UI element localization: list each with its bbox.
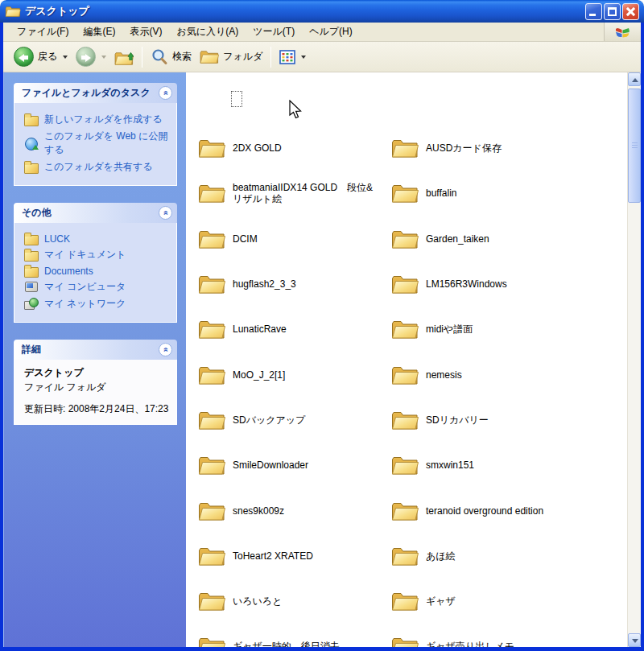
menu-item[interactable]: ツール(T): [246, 23, 302, 40]
minimize-button[interactable]: [585, 3, 602, 20]
folder-item[interactable]: teranoid overground edition: [391, 488, 622, 533]
collapse-chevron-icon[interactable]: »: [159, 86, 172, 100]
views-icon: [279, 50, 295, 64]
folder-name: MoO_J_2[1]: [233, 369, 285, 381]
folder-icon: [391, 545, 419, 567]
folder-item[interactable]: SDバックアップ: [198, 398, 391, 443]
folder-name: ギャザ売り出しメモ: [426, 641, 514, 647]
collapse-chevron-icon[interactable]: »: [159, 343, 172, 356]
folder-name: SDバックアップ: [233, 414, 305, 426]
folder-name: SDリカバリー: [426, 414, 489, 426]
place-link[interactable]: マイ コンピュータ: [24, 280, 171, 294]
folder-item[interactable]: ToHeart2 XRATED: [198, 534, 391, 579]
details-folder-name: デスクトップ: [24, 366, 171, 380]
folder-item[interactable]: あほ絵: [391, 534, 622, 579]
folder-name: ToHeart2 XRATED: [233, 550, 313, 562]
place-link[interactable]: Documents: [24, 265, 171, 277]
folder-item[interactable]: ギャザ売り出しメモ: [391, 624, 622, 647]
folder-name: いろいろと: [233, 595, 282, 607]
folder-item[interactable]: ギャザ: [391, 579, 622, 624]
task-link[interactable]: このフォルダを Web に公開する: [24, 130, 171, 157]
folder-item[interactable]: midiや譜面: [391, 307, 622, 352]
folder-icon: [391, 590, 419, 612]
back-button[interactable]: 戻る: [10, 44, 72, 69]
scroll-up-button[interactable]: [628, 72, 641, 86]
folders-button[interactable]: フォルダ: [196, 46, 266, 68]
folder-item[interactable]: ギャザ一時的 後日消去: [198, 624, 391, 647]
folder-grid: 2DX GOLD AUSDカード保存 beatmaniaIIDX14 GOLD …: [198, 126, 622, 647]
folder-item[interactable]: hugflash2_3_3: [198, 262, 391, 307]
menu-item[interactable]: ファイル(F): [10, 23, 76, 40]
folder-item[interactable]: LunaticRave: [198, 307, 391, 352]
details-panel: 詳細 » デスクトップ ファイル フォルダ 更新日時: 2008年2月24日、1…: [14, 340, 177, 425]
task-link[interactable]: このフォルダを共有する: [24, 160, 171, 174]
folder-icon: [198, 545, 225, 567]
folder-name: あほ絵: [426, 550, 456, 562]
folder-view[interactable]: 2DX GOLD AUSDカード保存 beatmaniaIIDX14 GOLD …: [186, 72, 627, 647]
folder-item[interactable]: 2DX GOLD: [198, 126, 391, 171]
folder-name: Garden_taiken: [426, 233, 489, 245]
task-link-label: このフォルダを共有する: [44, 160, 153, 174]
folder-item[interactable]: smxwin151: [391, 443, 622, 488]
scroll-up-icon: [632, 78, 638, 82]
details-panel-header[interactable]: 詳細 »: [14, 340, 177, 360]
other-places-header[interactable]: その他 »: [14, 203, 177, 223]
scroll-down-button[interactable]: [628, 633, 641, 647]
scrollbar-thumb[interactable]: [628, 89, 641, 203]
place-link[interactable]: マイ ドキュメント: [24, 248, 171, 262]
collapse-chevron-icon[interactable]: »: [159, 206, 172, 220]
folder-item[interactable]: いろいろと: [198, 579, 391, 624]
folder-name: midiや譜面: [426, 323, 473, 335]
place-link[interactable]: マイ ネットワーク: [24, 297, 171, 311]
minimize-icon: [589, 14, 596, 16]
folder-icon: [391, 409, 419, 431]
folder-item[interactable]: SDリカバリー: [391, 398, 622, 443]
my-computer-icon: [24, 281, 39, 293]
menu-item[interactable]: 表示(V): [122, 23, 169, 40]
forward-icon: [76, 47, 96, 67]
folder-icon: [391, 137, 419, 159]
task-pane-sidebar: ファイルとフォルダのタスク » 新しいフォルダを作成する: [3, 72, 186, 647]
toolbar-separator: [142, 47, 142, 68]
folder-item[interactable]: MoO_J_2[1]: [198, 352, 391, 397]
folder-item[interactable]: LM156R3Windows: [391, 262, 622, 307]
tasks-panel-header[interactable]: ファイルとフォルダのタスク »: [14, 83, 177, 103]
folder-item[interactable]: beatmaniaIIDX14 GOLD 段位&リザルト絵: [198, 171, 391, 216]
title-bar[interactable]: デスクトップ: [0, 0, 644, 23]
selection-marquee: [231, 91, 242, 107]
forward-button[interactable]: [72, 44, 110, 69]
menu-item[interactable]: 編集(E): [76, 23, 122, 40]
folder-item[interactable]: buffalin: [391, 171, 622, 216]
search-button[interactable]: 検索: [147, 46, 196, 68]
folder-item[interactable]: Garden_taiken: [391, 216, 622, 262]
folder-name: smxwin151: [426, 459, 474, 471]
vertical-scrollbar[interactable]: [627, 72, 641, 647]
web-publish-icon: [24, 138, 39, 150]
explorer-window: デスクトップ ファイル(F) 編集(E) 表示(V) お気に入り(A) ツール(…: [0, 0, 644, 651]
views-button[interactable]: [275, 47, 310, 67]
folder-item[interactable]: AUSDカード保存: [391, 126, 622, 171]
folder-item[interactable]: nemesis: [391, 352, 622, 397]
tasks-panel: ファイルとフォルダのタスク » 新しいフォルダを作成する: [14, 83, 177, 186]
task-link[interactable]: 新しいフォルダを作成する: [24, 113, 171, 126]
menu-item[interactable]: お気に入り(A): [169, 23, 246, 40]
folder-item[interactable]: DCIM: [198, 216, 391, 262]
folder-item[interactable]: snes9k009z: [198, 488, 391, 533]
folder-name: 2DX GOLD: [233, 142, 282, 154]
menu-item[interactable]: ヘルプ(H): [302, 23, 360, 40]
folder-item[interactable]: SmileDownloader: [198, 443, 391, 488]
place-link[interactable]: LUCK: [24, 233, 171, 245]
place-link-label: Documents: [44, 266, 93, 277]
up-button[interactable]: [110, 46, 138, 68]
details-modified-date: 更新日時: 2008年2月24日、17:23: [24, 402, 171, 416]
maximize-button[interactable]: [604, 3, 621, 20]
folder-icon: [391, 182, 419, 204]
scroll-down-icon: [632, 639, 638, 643]
mouse-cursor: [289, 100, 303, 121]
close-button[interactable]: [622, 3, 639, 20]
folder-name: LM156R3Windows: [426, 278, 507, 290]
menu-items: ファイル(F) 編集(E) 表示(V) お気に入り(A) ツール(T) ヘルプ(…: [3, 23, 604, 41]
folder-icon: [198, 182, 225, 204]
folder-name: ギャザ: [426, 595, 456, 607]
back-dropdown-icon: [63, 56, 68, 59]
